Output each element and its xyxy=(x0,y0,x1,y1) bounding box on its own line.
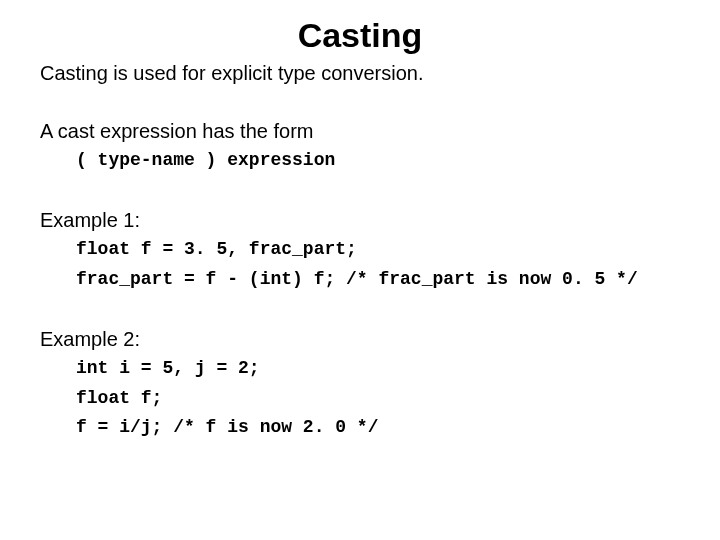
slide-title: Casting xyxy=(40,16,680,55)
intro-text: Casting is used for explicit type conver… xyxy=(40,61,680,86)
example-1-section: Example 1: float f = 3. 5, frac_part; fr… xyxy=(40,209,680,294)
cast-form-heading: A cast expression has the form xyxy=(40,120,680,143)
cast-form-code: ( type-name ) expression xyxy=(76,147,680,175)
example-1-heading: Example 1: xyxy=(40,209,680,232)
example-1-code-line-1: float f = 3. 5, frac_part; xyxy=(76,236,680,264)
example-2-code-line-1: int i = 5, j = 2; xyxy=(76,355,680,383)
example-2-code-line-3: f = i/j; /* f is now 2. 0 */ xyxy=(76,414,680,442)
example-2-section: Example 2: int i = 5, j = 2; float f; f … xyxy=(40,328,680,443)
example-2-heading: Example 2: xyxy=(40,328,680,351)
cast-form-section: A cast expression has the form ( type-na… xyxy=(40,120,680,175)
example-2-code-line-2: float f; xyxy=(76,385,680,413)
example-1-code-line-2: frac_part = f - (int) f; /* frac_part is… xyxy=(76,266,680,294)
